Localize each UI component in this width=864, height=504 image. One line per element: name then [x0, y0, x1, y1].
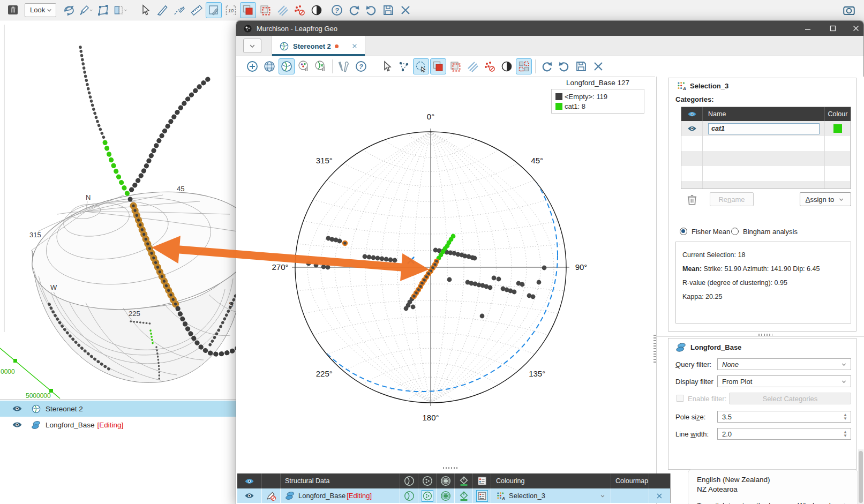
undo-button[interactable]	[346, 2, 362, 18]
redo-button[interactable]	[363, 2, 379, 18]
tab-list-chevron-button[interactable]	[243, 39, 261, 53]
interval-button[interactable]: 10	[223, 2, 239, 18]
contrast-button[interactable]	[309, 2, 325, 18]
help-button[interactable]: ?	[353, 58, 369, 74]
chevron-down-icon	[45, 6, 54, 14]
enable-filter-checkbox[interactable]	[677, 395, 683, 402]
maximize-button[interactable]	[824, 22, 842, 35]
legend-toggle[interactable]	[476, 490, 488, 502]
zoom-in-button[interactable]	[244, 58, 260, 74]
list-item-longford-base[interactable]: Longford_Base [Editing]	[0, 417, 237, 433]
colourmap-cell[interactable]	[611, 488, 649, 503]
stop-editing-icon[interactable]	[266, 491, 276, 501]
tools-button[interactable]	[336, 58, 352, 74]
rotate-plane-button[interactable]	[61, 2, 77, 18]
tab-close-icon[interactable]	[351, 42, 358, 50]
remove-red-button[interactable]	[291, 2, 307, 18]
edit-poly-button[interactable]	[171, 2, 187, 18]
show-planes-toggle[interactable]	[403, 490, 415, 502]
visibility-eye-icon[interactable]	[244, 491, 254, 501]
fisher-mean-radio[interactable]	[680, 228, 687, 235]
legend-toggle-icon	[476, 475, 488, 487]
select-categories-button[interactable]: Select Categories	[729, 393, 851, 404]
close-button[interactable]	[590, 58, 606, 74]
panel-splitter[interactable]	[758, 334, 772, 336]
tab-stereonet-2[interactable]: Stereonet 2	[272, 36, 365, 56]
kappa-stat: Kappa: 20.25	[682, 290, 844, 304]
contrast-button[interactable]	[499, 58, 515, 74]
delete-category-button[interactable]	[685, 192, 699, 206]
select-red-button[interactable]	[430, 58, 446, 74]
stereonet-plot-area[interactable]: 0°45°90°135°180°225°270°315° Longford_Ba…	[237, 77, 656, 471]
language-region: NZ Aotearoa	[697, 485, 849, 494]
select-red-icon	[242, 4, 254, 17]
select-red-button[interactable]	[240, 2, 256, 18]
category-row-cat1[interactable]: cat1	[681, 121, 851, 136]
cursor-button[interactable]	[379, 58, 395, 74]
show-poles-toggle[interactable]	[422, 490, 433, 502]
category-row-empty	[681, 151, 851, 166]
language-name: English (New Zealand)	[697, 475, 849, 485]
remove-red-button[interactable]	[482, 58, 498, 74]
structural-data-table: Structural Data Colouring Colourmap Long…	[237, 473, 671, 503]
horizontal-splitter[interactable]	[443, 467, 458, 469]
close-button[interactable]	[397, 2, 414, 18]
query-filter-select[interactable]: None	[717, 358, 851, 370]
colour-chart-button[interactable]	[296, 58, 312, 74]
lasso-points-button[interactable]	[396, 58, 412, 74]
deselect-red-button[interactable]	[447, 58, 463, 74]
bingham-analysis-radio[interactable]	[731, 228, 739, 235]
visibility-column-icon[interactable]	[687, 109, 697, 119]
visibility-eye-icon[interactable]	[12, 403, 22, 414]
redo-button[interactable]	[556, 58, 572, 74]
circle-select-button[interactable]	[413, 58, 429, 74]
scene-3d-view[interactable]: N 45 315 W 225 S 0000 5000000	[0, 20, 237, 400]
category-name-input[interactable]: cat1	[708, 123, 820, 134]
rename-button[interactable]: Rename	[710, 192, 754, 206]
visibility-eye-icon[interactable]	[687, 124, 697, 133]
camera-button[interactable]	[841, 2, 857, 18]
draw-plane-button[interactable]	[78, 2, 94, 18]
title-bar[interactable]: Murchison - Leapfrog Geo	[236, 21, 863, 36]
globe-stats-button[interactable]	[313, 58, 329, 74]
paint-toggle[interactable]	[458, 490, 470, 502]
cursor-button[interactable]	[137, 2, 153, 18]
structural-table-row[interactable]: Longford_Base [Editing] A Selection_3	[237, 488, 670, 503]
pole-size-spinner[interactable]: 3.5 ▲▼	[717, 411, 851, 423]
globe-button[interactable]	[261, 58, 277, 74]
save-button[interactable]	[380, 2, 396, 18]
close-window-button[interactable]	[847, 22, 864, 35]
grid-select-button[interactable]	[516, 58, 532, 74]
colouring-select[interactable]: A Selection_3	[491, 488, 611, 503]
save-button[interactable]	[573, 58, 589, 74]
list-item-stereonet[interactable]: Stereonet 2	[0, 401, 237, 417]
spinner-arrows-icon[interactable]: ▲▼	[843, 413, 847, 420]
line-width-spinner[interactable]: 2.0 ▲▼	[717, 428, 851, 440]
deselect-red-button[interactable]	[257, 2, 273, 18]
category-colour-swatch[interactable]	[833, 124, 842, 133]
spinner-arrows-icon[interactable]: ▲▼	[843, 430, 847, 438]
delete-scene-button[interactable]	[5, 2, 21, 18]
draw-line-button[interactable]	[154, 2, 170, 18]
look-dropdown[interactable]: Look	[25, 3, 56, 17]
visibility-eye-icon[interactable]	[12, 419, 22, 430]
remove-row-icon[interactable]	[655, 492, 664, 500]
minimize-button[interactable]	[799, 22, 817, 35]
ruler-button[interactable]	[189, 2, 205, 18]
assign-to-button[interactable]: Assign to	[800, 192, 851, 206]
hatch-button[interactable]	[274, 2, 290, 18]
pane-edit-button[interactable]	[206, 2, 222, 18]
stereonet-button[interactable]	[279, 58, 295, 74]
panel-scrollbar[interactable]	[858, 449, 863, 504]
undo-button[interactable]	[539, 58, 555, 74]
selection-title: Selection_3	[690, 82, 728, 90]
show-contours-toggle[interactable]	[440, 490, 452, 502]
chevron-down-icon	[840, 360, 848, 368]
help-button[interactable]: ?	[329, 2, 345, 18]
pole-chain-right	[131, 79, 208, 190]
slicer-button[interactable]	[112, 2, 129, 18]
hatch-button[interactable]	[464, 58, 480, 74]
structural-data-header: Structural Data	[281, 473, 400, 488]
display-filter-select[interactable]: From Plot	[717, 375, 851, 387]
move-plane-button[interactable]	[95, 2, 111, 18]
